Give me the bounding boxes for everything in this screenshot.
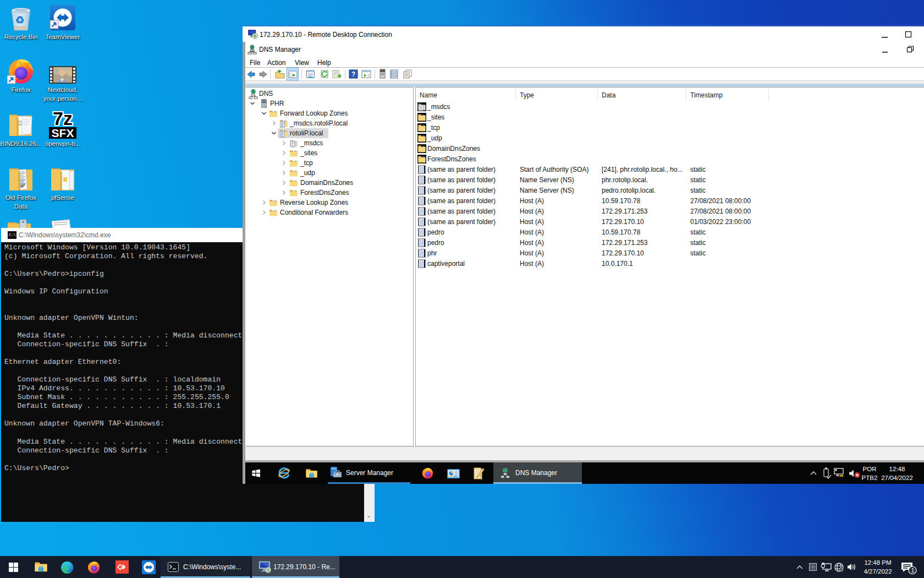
- svg-text:♻: ♻: [15, 14, 25, 26]
- svg-text:!: !: [841, 473, 842, 477]
- svg-text:C:\: C:\: [9, 233, 16, 237]
- svg-text:1: 1: [911, 568, 915, 574]
- svg-text:?: ?: [351, 70, 355, 78]
